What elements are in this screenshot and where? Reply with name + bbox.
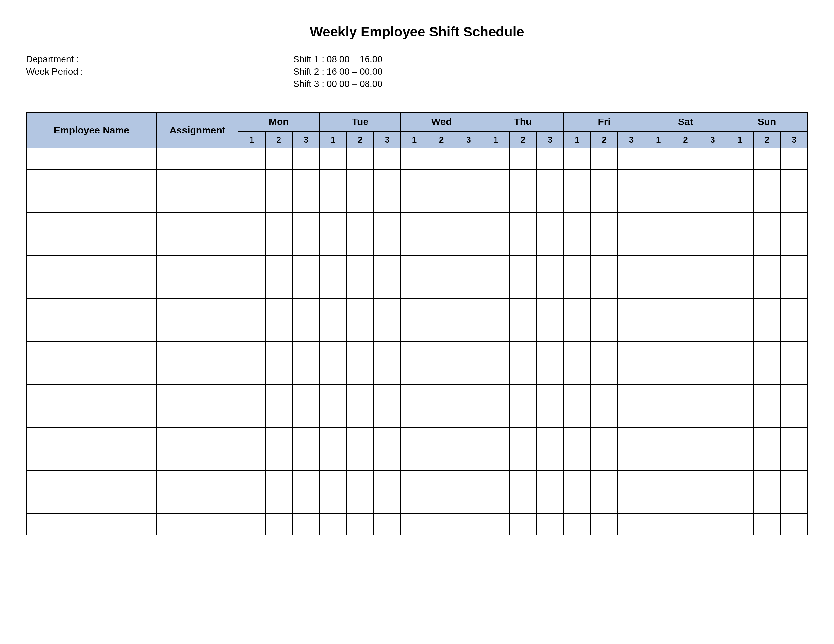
- table-cell[interactable]: [645, 470, 672, 492]
- table-cell[interactable]: [726, 513, 753, 535]
- table-cell[interactable]: [428, 277, 455, 299]
- table-cell[interactable]: [320, 492, 347, 513]
- table-cell[interactable]: [374, 470, 401, 492]
- table-cell[interactable]: [292, 320, 319, 342]
- table-cell[interactable]: [645, 384, 672, 406]
- table-cell[interactable]: [320, 320, 347, 342]
- table-cell[interactable]: [455, 277, 482, 299]
- table-cell[interactable]: [564, 470, 591, 492]
- table-cell[interactable]: [347, 148, 374, 169]
- table-cell[interactable]: [591, 320, 618, 342]
- table-cell[interactable]: [753, 513, 780, 535]
- table-cell[interactable]: [265, 449, 292, 470]
- table-cell[interactable]: [401, 148, 428, 169]
- table-cell[interactable]: [320, 384, 347, 406]
- table-cell[interactable]: [374, 342, 401, 363]
- table-cell[interactable]: [591, 406, 618, 428]
- table-cell[interactable]: [699, 191, 726, 213]
- table-cell[interactable]: [726, 148, 753, 169]
- table-cell[interactable]: [781, 191, 808, 213]
- table-cell[interactable]: [781, 256, 808, 277]
- table-cell[interactable]: [564, 406, 591, 428]
- table-cell[interactable]: [292, 148, 319, 169]
- table-cell[interactable]: [265, 213, 292, 234]
- table-cell[interactable]: [753, 449, 780, 470]
- table-cell[interactable]: [645, 363, 672, 384]
- table-cell[interactable]: [157, 277, 238, 299]
- table-cell[interactable]: [265, 256, 292, 277]
- table-cell[interactable]: [347, 213, 374, 234]
- table-cell[interactable]: [509, 428, 536, 449]
- table-cell[interactable]: [428, 169, 455, 191]
- table-cell[interactable]: [157, 470, 238, 492]
- table-cell[interactable]: [537, 513, 564, 535]
- table-cell[interactable]: [564, 384, 591, 406]
- table-cell[interactable]: [401, 213, 428, 234]
- table-cell[interactable]: [265, 428, 292, 449]
- table-cell[interactable]: [292, 384, 319, 406]
- table-cell[interactable]: [374, 363, 401, 384]
- table-cell[interactable]: [26, 492, 157, 513]
- table-cell[interactable]: [455, 169, 482, 191]
- table-cell[interactable]: [428, 234, 455, 256]
- table-cell[interactable]: [645, 406, 672, 428]
- table-cell[interactable]: [781, 320, 808, 342]
- table-cell[interactable]: [509, 299, 536, 320]
- table-cell[interactable]: [157, 169, 238, 191]
- table-cell[interactable]: [265, 492, 292, 513]
- table-cell[interactable]: [401, 363, 428, 384]
- table-cell[interactable]: [753, 384, 780, 406]
- table-cell[interactable]: [401, 492, 428, 513]
- table-cell[interactable]: [726, 299, 753, 320]
- table-cell[interactable]: [238, 363, 265, 384]
- table-cell[interactable]: [292, 342, 319, 363]
- table-cell[interactable]: [672, 299, 699, 320]
- table-cell[interactable]: [401, 470, 428, 492]
- table-cell[interactable]: [455, 470, 482, 492]
- table-cell[interactable]: [428, 428, 455, 449]
- table-cell[interactable]: [753, 363, 780, 384]
- table-cell[interactable]: [482, 191, 509, 213]
- table-cell[interactable]: [26, 320, 157, 342]
- table-cell[interactable]: [455, 384, 482, 406]
- table-cell[interactable]: [265, 342, 292, 363]
- table-cell[interactable]: [591, 299, 618, 320]
- table-cell[interactable]: [781, 513, 808, 535]
- table-cell[interactable]: [482, 256, 509, 277]
- table-cell[interactable]: [618, 449, 645, 470]
- table-cell[interactable]: [292, 428, 319, 449]
- table-cell[interactable]: [781, 169, 808, 191]
- table-cell[interactable]: [238, 234, 265, 256]
- table-cell[interactable]: [347, 191, 374, 213]
- table-cell[interactable]: [292, 363, 319, 384]
- table-cell[interactable]: [428, 406, 455, 428]
- table-cell[interactable]: [265, 406, 292, 428]
- table-cell[interactable]: [292, 299, 319, 320]
- table-cell[interactable]: [645, 299, 672, 320]
- table-cell[interactable]: [645, 256, 672, 277]
- table-cell[interactable]: [591, 492, 618, 513]
- table-cell[interactable]: [157, 320, 238, 342]
- table-cell[interactable]: [537, 342, 564, 363]
- table-cell[interactable]: [347, 470, 374, 492]
- table-cell[interactable]: [509, 406, 536, 428]
- table-cell[interactable]: [238, 320, 265, 342]
- table-cell[interactable]: [374, 428, 401, 449]
- table-cell[interactable]: [509, 363, 536, 384]
- table-cell[interactable]: [509, 449, 536, 470]
- table-cell[interactable]: [753, 406, 780, 428]
- table-cell[interactable]: [509, 234, 536, 256]
- table-cell[interactable]: [781, 148, 808, 169]
- table-cell[interactable]: [618, 363, 645, 384]
- table-cell[interactable]: [401, 449, 428, 470]
- table-cell[interactable]: [157, 406, 238, 428]
- table-cell[interactable]: [320, 277, 347, 299]
- table-cell[interactable]: [591, 256, 618, 277]
- table-cell[interactable]: [482, 384, 509, 406]
- table-cell[interactable]: [265, 384, 292, 406]
- table-cell[interactable]: [672, 449, 699, 470]
- table-cell[interactable]: [726, 342, 753, 363]
- table-cell[interactable]: [726, 320, 753, 342]
- table-cell[interactable]: [428, 492, 455, 513]
- table-cell[interactable]: [618, 169, 645, 191]
